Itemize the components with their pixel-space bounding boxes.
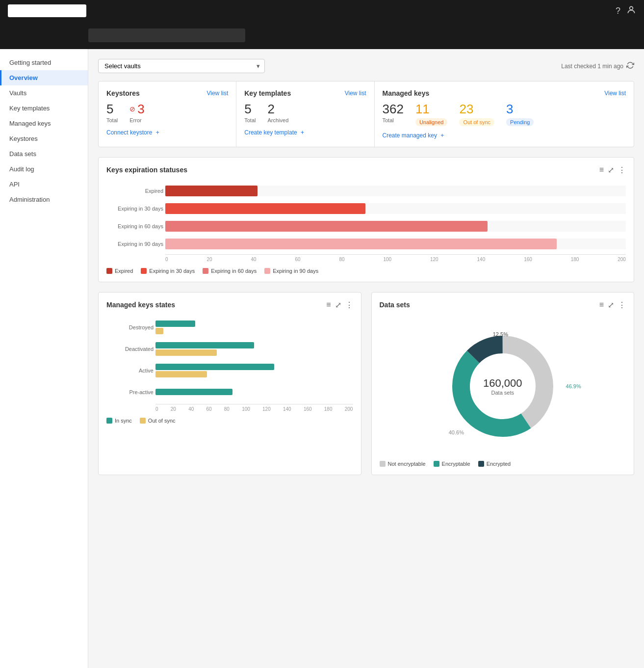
- managed-keys-stats: 362 Total 11 Unaligned 23 Out of sync 3 …: [383, 102, 626, 126]
- sidebar-item-data-sets[interactable]: Data sets: [0, 146, 88, 161]
- legend-item: Not encryptable: [380, 461, 426, 467]
- legend-dot: [106, 418, 112, 424]
- refresh-icon[interactable]: [626, 61, 634, 71]
- managed-keys-total: 362 Total: [383, 102, 404, 123]
- top-navigation: ?: [0, 0, 644, 22]
- key-templates-view-link[interactable]: View list: [345, 90, 366, 97]
- managed-keys-title: Managed keys: [383, 89, 430, 97]
- legend-dot: [203, 268, 208, 274]
- sidebar-item-administration[interactable]: Administration: [0, 192, 88, 207]
- keystores-card: Keystores View list 5 Total ⊘ 3: [99, 81, 236, 147]
- more-icon[interactable]: ⋮: [618, 165, 626, 175]
- bar-fill: [165, 203, 365, 214]
- mk-bar-row: Destroyed: [155, 318, 353, 337]
- mk-bar-label: Active: [104, 368, 154, 374]
- mk-bar-track: [155, 321, 353, 334]
- list-view-icon[interactable]: ≡: [599, 300, 604, 309]
- expand-icon[interactable]: ⤢: [608, 300, 614, 310]
- expiration-chart-title: Keys expiration statuses: [106, 166, 187, 174]
- donut-chart-container: 160,000 Data sets 12.5% 46.9% 40.6%: [380, 318, 626, 455]
- legend-item: Expiring in 60 days: [203, 268, 257, 274]
- sidebar-item-overview[interactable]: Overview: [0, 70, 88, 85]
- bar-track: [165, 186, 626, 196]
- expiration-bar-row: Expiring in 30 days: [165, 200, 626, 217]
- bar-track: [165, 239, 626, 249]
- user-icon[interactable]: [626, 5, 636, 17]
- bar-fill: [165, 186, 258, 196]
- mk-bar-in-sync: [155, 364, 274, 370]
- mk-bar-track: [155, 364, 353, 377]
- donut-label-bottom: 40.6%: [449, 429, 464, 435]
- legend-item: Encrypted: [478, 461, 511, 467]
- datasets-legend: Not encryptableEncryptableEncrypted: [380, 461, 626, 467]
- sidebar-item-api[interactable]: API: [0, 177, 88, 192]
- sidebar-item-getting-started[interactable]: Getting started: [0, 55, 88, 70]
- error-dot: ⊘: [129, 106, 135, 113]
- keystores-view-link[interactable]: View list: [206, 90, 228, 97]
- keystores-total: 5 Total: [106, 102, 118, 123]
- sidebar: Getting started Overview Vaults Key temp…: [0, 49, 88, 668]
- legend-dot: [434, 461, 439, 467]
- donut-label-top: 12.5%: [493, 331, 508, 337]
- key-templates-card-header: Key templates View list: [244, 89, 366, 97]
- mk-bar-in-sync: [155, 321, 195, 327]
- keystores-error: ⊘ 3 Error: [129, 102, 144, 123]
- bar-fill: [165, 239, 557, 249]
- sidebar-item-audit-log[interactable]: Audit log: [0, 161, 88, 177]
- managed-keys-action[interactable]: Create managed key +: [383, 132, 626, 139]
- managed-keys-view-link[interactable]: View list: [604, 90, 626, 97]
- key-templates-total: 5 Total: [244, 102, 256, 123]
- sidebar-item-vaults[interactable]: Vaults: [0, 85, 88, 101]
- key-templates-archived: 2 Archived: [268, 102, 289, 123]
- main-layout: Getting started Overview Vaults Key temp…: [0, 49, 644, 668]
- search-input[interactable]: [8, 4, 86, 17]
- expiration-bar-row: Expiring in 60 days: [165, 218, 626, 235]
- key-templates-action[interactable]: Create key template +: [244, 129, 366, 136]
- managed-keys-states-title: Managed keys states: [106, 301, 175, 309]
- list-view-icon[interactable]: ≡: [599, 165, 604, 174]
- nav-icons: ?: [616, 5, 636, 17]
- legend-item: In sync: [106, 418, 132, 424]
- expand-icon[interactable]: ⤢: [608, 165, 614, 175]
- legend-item: Expired: [106, 268, 133, 274]
- managed-keys-card: Managed keys View list 362 Total 11 Unal…: [375, 81, 634, 147]
- sidebar-item-key-templates[interactable]: Key templates: [0, 101, 88, 116]
- x-axis: 0 20 40 60 80 100 120 140 160 180 200: [165, 254, 626, 262]
- keystores-action[interactable]: Connect keystore +: [106, 129, 228, 136]
- main-content: Select vaults Last checked 1 min ago Key…: [88, 49, 644, 668]
- list-view-icon[interactable]: ≡: [326, 300, 331, 309]
- expiration-legend: ExpiredExpiring in 30 daysExpiring in 60…: [106, 268, 626, 274]
- bar-label: Expiring in 30 days: [104, 206, 163, 212]
- sidebar-item-keystores[interactable]: Keystores: [0, 131, 88, 146]
- mk-bar-label: Pre-active: [104, 389, 154, 395]
- mk-bar-in-sync: [155, 342, 254, 348]
- keystores-card-header: Keystores View list: [106, 89, 228, 97]
- mk-bars: Destroyed Deactivated Active Pre-active: [155, 318, 353, 402]
- datasets-header: Data sets ≡ ⤢ ⋮: [380, 300, 626, 310]
- bar-track: [165, 221, 626, 232]
- legend-dot: [140, 418, 146, 424]
- help-icon[interactable]: ?: [616, 6, 620, 16]
- expand-icon[interactable]: ⤢: [335, 300, 341, 310]
- datasets-panel: Data sets ≡ ⤢ ⋮: [371, 292, 635, 475]
- sidebar-item-managed-keys[interactable]: Managed keys: [0, 116, 88, 131]
- vault-select[interactable]: Select vaults: [98, 59, 265, 73]
- bottom-panels: Managed keys states ≡ ⤢ ⋮ Destroyed Deac…: [98, 292, 634, 485]
- legend-item: Encryptable: [434, 461, 470, 467]
- mk-bar-out-of-sync: [155, 349, 217, 356]
- donut-label-right: 46.9%: [566, 383, 581, 389]
- legend-dot: [478, 461, 484, 467]
- more-icon[interactable]: ⋮: [345, 300, 353, 310]
- keystores-stats: 5 Total ⊘ 3 Error: [106, 102, 228, 123]
- managed-keys-pending: 3 Pending: [506, 102, 534, 126]
- expiration-chart-header: Keys expiration statuses ≡ ⤢ ⋮: [106, 165, 626, 175]
- mk-bar-row: Deactivated: [155, 339, 353, 359]
- mk-bar-row: Pre-active: [155, 382, 353, 402]
- legend-item: Expiring in 90 days: [264, 268, 318, 274]
- more-icon[interactable]: ⋮: [618, 300, 626, 310]
- banner: [0, 22, 644, 49]
- mk-bar-row: Active: [155, 361, 353, 380]
- mk-bar-label: Destroyed: [104, 324, 154, 330]
- keystores-title: Keystores: [106, 89, 140, 97]
- legend-item: Out of sync: [140, 418, 176, 424]
